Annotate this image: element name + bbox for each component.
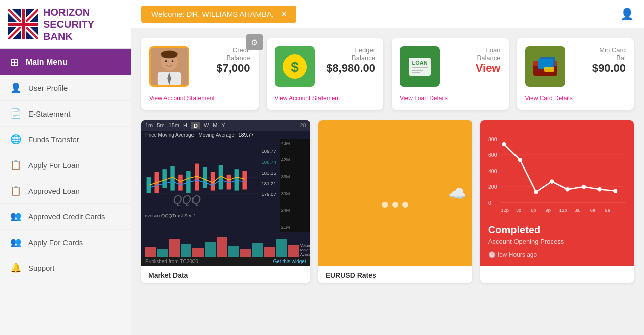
sidebar-item-approved-credit-cards[interactable]: 👥 Approved Credit Cards [0,204,131,230]
svg-text:6a: 6a [590,207,596,213]
sidebar-item-label: Approved Loan [28,187,80,195]
bottom-widgets-row: 1m 5m 15m H D W M Y 28 Price Moving Aver… [141,120,634,283]
toolbar-D[interactable]: D [191,122,200,129]
toolbar-W[interactable]: W [204,122,209,129]
eurusd-widget-footer: EURUSD Rates [318,266,472,283]
credit-card-approved-icon: 👥 [10,211,21,222]
market-data-title: Market Data [148,271,303,280]
loan-apply-icon: 📋 [10,159,21,171]
eurusd-widget: ☁️ EURUSD Rates [318,120,472,283]
svg-text:3a: 3a [574,207,580,213]
credit-balance-card: ⚙ [141,38,259,110]
completed-card: 800 600 400 200 0 [480,120,634,266]
svg-text:$: $ [291,59,299,75]
market-data-widget: 1m 5m 15m H D W M Y 28 Price Moving Aver… [141,120,310,283]
loan-approved-icon: 📋 [10,185,21,196]
sidebar-item-apply-for-loan[interactable]: 📋 Apply For Loan [0,152,131,178]
logo-area: HORIZON SECURITY BANK [0,0,131,49]
loading-dots [382,202,408,208]
svg-point-71 [565,187,569,191]
market-widget-footer: Market Data [141,266,310,283]
svg-text:12p: 12p [559,207,567,213]
market-footer: Published from TC2000 Get this widget [141,257,310,266]
svg-rect-44 [203,167,207,188]
toolbar-5m[interactable]: 5m [157,122,164,129]
svg-point-20 [172,60,174,62]
svg-text:0: 0 [488,200,491,206]
document-icon: 📄 [10,108,21,119]
globe-icon: 🌐 [10,134,21,145]
svg-text:9p: 9p [545,207,551,213]
svg-text:189.77: 189.77 [262,148,276,154]
svg-point-69 [534,190,538,194]
sidebar-item-label: E-Statement [28,109,70,118]
clock-icon: 🕐 [488,251,496,258]
view-account-statement-link-2[interactable]: View Account Statement [275,95,376,102]
card-apply-icon: 👥 [10,237,21,248]
svg-rect-49 [242,171,246,189]
toolbar-M[interactable]: M [213,122,217,129]
view-card-details-link[interactable]: View Card Details [525,95,626,102]
sidebar: HORIZON SECURITY BANK ⊞ Main Menu 👤 User… [0,0,131,335]
view-loan-details-link[interactable]: View Loan Details [400,95,501,102]
loan-balance-card: LOAN LoanBalance View View Loan Details [392,38,509,110]
svg-text:181.21: 181.21 [262,181,276,186]
user-avatar [149,46,189,87]
main-menu-item[interactable]: ⊞ Main Menu [0,49,131,75]
svg-text:200: 200 [488,184,497,190]
ledger-balance-value: $8,980.00 [321,62,376,75]
settings-icon[interactable]: ⚙ [246,34,263,50]
main-content: Welcome: DR. WILLIAMS AHAMBA, × 👤 ⚙ [131,0,644,335]
get-widget-link[interactable]: Get this widget [273,259,306,264]
card-icon-box [525,46,565,87]
svg-text:6p: 6p [531,207,536,213]
svg-text:3p: 3p [516,207,521,213]
svg-rect-41 [178,175,182,191]
user-icon: 👤 [10,82,21,93]
toolbar-1m[interactable]: 1m [145,122,153,129]
topbar: Welcome: DR. WILLIAMS AHAMBA, × 👤 [131,0,644,28]
completed-time: 🕐 few Hours ago [488,251,626,258]
sidebar-item-apply-for-cards[interactable]: 👥 Apply For Cards [0,230,131,255]
sidebar-item-user-profile[interactable]: 👤 User Profile [0,75,131,101]
svg-text:179.07: 179.07 [262,191,276,197]
eurusd-card: ☁️ [318,120,472,266]
svg-point-67 [502,142,506,146]
svg-rect-13 [8,23,38,26]
sidebar-item-approved-loan[interactable]: 📋 Approved Loan [0,178,131,204]
grid-icon: ⊞ [10,56,19,68]
svg-point-73 [597,187,601,191]
toolbar-15m[interactable]: 15m [169,122,179,129]
user-account-icon[interactable]: 👤 [620,8,634,21]
svg-rect-48 [235,169,239,190]
loan-balance-label: LoanBalance [446,46,501,62]
ledger-balance-label: LedgerBalance [321,46,376,62]
svg-text:600: 600 [488,152,497,158]
sidebar-item-support[interactable]: 🔔 Support [0,255,131,281]
toolbar-Y[interactable]: Y [221,122,225,129]
svg-rect-32 [544,67,554,72]
svg-text:400: 400 [488,168,497,174]
completed-title: Completed [488,224,626,236]
summary-cards-row: ⚙ [141,38,634,110]
svg-text:Invesco QQQTrust Ser 1: Invesco QQQTrust Ser 1 [143,213,196,218]
svg-point-18 [161,51,177,59]
sidebar-item-e-statement[interactable]: 📄 E-Statement [0,101,131,127]
loan-icon-box: LOAN [400,46,440,87]
market-toolbar: 1m 5m 15m H D W M Y 28 [141,120,310,131]
dashboard: ⚙ [131,28,644,335]
svg-point-72 [582,185,586,189]
svg-text:183.35: 183.35 [262,170,276,176]
view-account-statement-link-1[interactable]: View Account Statement [149,95,250,102]
sidebar-item-funds-transfer[interactable]: 🌐 Funds Transfer [0,127,131,152]
min-card-balance-card: Min CardBal $90.00 View Card Details [517,38,634,110]
completed-subtitle: Account Opening Process [488,238,626,245]
published-label: Published from TC2000 [145,259,198,264]
svg-point-70 [550,179,554,183]
toolbar-H[interactable]: H [183,122,187,129]
close-banner-button[interactable]: × [282,10,286,19]
sidebar-item-label: User Profile [28,84,68,92]
main-menu-label: Main Menu [26,58,68,67]
svg-text:186.74: 186.74 [262,159,277,165]
credit-balance-label: CreditBalance [196,46,250,62]
